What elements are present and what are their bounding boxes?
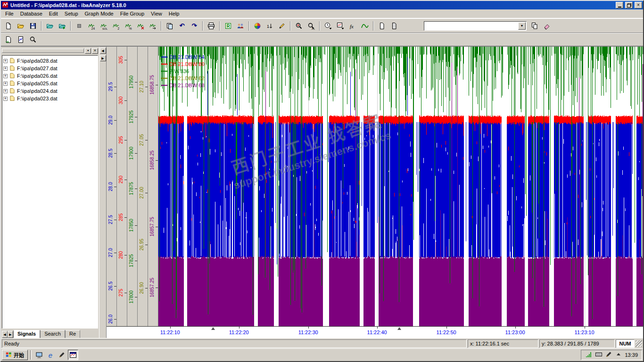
- time-marker-icon[interactable]: [211, 327, 215, 330]
- copy-view-button[interactable]: [164, 20, 176, 32]
- tree-item-datafile[interactable]: +F:\ipa\pda028.dat: [3, 57, 97, 65]
- append-datafile-button[interactable]: [56, 20, 68, 32]
- restore-button[interactable]: [625, 2, 633, 8]
- time-range-button[interactable]: [322, 20, 334, 32]
- chevron-down-icon[interactable]: ▼: [518, 22, 526, 30]
- redo-button[interactable]: ↷: [188, 20, 200, 32]
- main-toolbar: 24SQL2%↶↷R1AUfx▼: [1, 18, 643, 33]
- signalgraph-export-button[interactable]: [147, 20, 159, 32]
- menu-setup[interactable]: Setup: [61, 10, 82, 17]
- tabs-scroll-left-icon[interactable]: ◀: [2, 331, 8, 338]
- interpolation-button[interactable]: [359, 20, 371, 32]
- axis-db21-dbw68[interactable]: 16858.7516858.2516857.7516857.25: [148, 47, 158, 326]
- zoom-mode-button[interactable]: [27, 34, 39, 45]
- axis-db21-dbw54[interactable]: 29.529.028.528.027.527.026.526.0: [107, 47, 117, 326]
- close-button[interactable]: ×: [635, 2, 642, 8]
- menu-database[interactable]: Database: [17, 10, 46, 17]
- legend-item[interactable]: DB 21.DBW 80: [161, 60, 205, 67]
- panel-splitter[interactable]: ◀ ▶: [99, 47, 107, 338]
- report-preview-button[interactable]: [2, 34, 15, 45]
- expand-right-button[interactable]: ▶: [100, 55, 106, 61]
- undo-button[interactable]: ↶: [176, 20, 188, 32]
- tray-network-icon[interactable]: [585, 351, 593, 359]
- collapse-left-button[interactable]: ◀: [100, 48, 106, 54]
- menu-graph-mode[interactable]: Graph Mode: [82, 10, 117, 17]
- tree-expand-icon[interactable]: +: [3, 74, 8, 78]
- menu-edit[interactable]: Edit: [46, 10, 61, 17]
- tree-expand-icon[interactable]: +: [3, 89, 8, 93]
- tab-signals[interactable]: Signals: [13, 330, 40, 338]
- tab-re[interactable]: Re: [65, 330, 80, 338]
- legend-item[interactable]: PIW 836: [161, 67, 205, 74]
- user-management-button[interactable]: [234, 20, 247, 32]
- new-analysis-button[interactable]: [2, 20, 15, 32]
- tree-expand-icon[interactable]: +: [3, 82, 8, 86]
- zoom-in-button[interactable]: [293, 20, 305, 32]
- quicklaunch-show-desktop[interactable]: [34, 350, 44, 360]
- signalgraph-percent-button[interactable]: %: [122, 20, 134, 32]
- tree-expand-icon[interactable]: +: [3, 97, 8, 101]
- menu-file-group[interactable]: File Group: [117, 10, 148, 17]
- auto-scale-button[interactable]: AU: [305, 20, 317, 32]
- quicklaunch-ie[interactable]: e: [45, 350, 56, 360]
- signalgraph-delete-button[interactable]: [134, 20, 147, 32]
- tray-pen-icon[interactable]: [605, 351, 612, 359]
- quicklaunch-active-app[interactable]: [68, 350, 78, 360]
- start-button[interactable]: 开始: [2, 350, 28, 360]
- tree-item-datafile[interactable]: +F:\ipa\pda027.dat: [3, 65, 97, 72]
- save-analysis-button[interactable]: [27, 20, 39, 32]
- panel-drag-grip[interactable]: [2, 49, 84, 53]
- time-marker-icon[interactable]: [397, 327, 401, 330]
- tray-keyboard-icon[interactable]: [595, 351, 603, 359]
- tree-item-datafile[interactable]: +F:\ipa\pda024.dat: [3, 87, 97, 95]
- signalgraph-2-button[interactable]: 2: [110, 20, 122, 32]
- page-view-button[interactable]: [376, 20, 388, 32]
- legend-item[interactable]: DB 21.DBW 68: [161, 82, 205, 89]
- svg-text:R: R: [226, 23, 230, 28]
- color-settings-button[interactable]: [251, 20, 264, 32]
- svg-text:1: 1: [267, 24, 269, 29]
- axis-tick-label: 285: [118, 213, 124, 221]
- print-button[interactable]: [205, 20, 217, 32]
- legend-item[interactable]: DB 21.DBW 54: [161, 53, 205, 60]
- quicklaunch-media[interactable]: [57, 350, 67, 360]
- tree-item-datafile[interactable]: +F:\ipa\pda023.dat: [3, 95, 97, 102]
- signalgraph-sql-button[interactable]: SQL: [98, 20, 110, 32]
- export-chart-button[interactable]: [334, 20, 347, 32]
- sort-signals-button[interactable]: 1: [264, 20, 276, 32]
- clear-button[interactable]: [541, 20, 553, 32]
- signal-plot-canvas[interactable]: [158, 47, 643, 326]
- axis-tick-mark: [135, 261, 137, 261]
- analysis-preset-combo[interactable]: ▼: [424, 21, 527, 31]
- tabs-scroll-right-icon[interactable]: ▶: [8, 331, 13, 338]
- resize-grip[interactable]: [636, 340, 642, 347]
- ibaanalyzer-window: Untitled - F:\ipa\pda028.dat - ibaAnalyz…: [0, 0, 644, 362]
- axis-piw836[interactable]: 17950179251790017875178501782517800: [127, 47, 138, 326]
- marker-pen-button[interactable]: [276, 20, 288, 32]
- menu-view[interactable]: View: [148, 10, 165, 17]
- report-generator-button[interactable]: R: [222, 20, 234, 32]
- axis-db21-dbw62[interactable]: 27.1027.0527.0026.9526.90: [138, 47, 148, 326]
- page-view-2-button[interactable]: [388, 20, 400, 32]
- open-datafile-button[interactable]: [44, 20, 56, 32]
- axis-db21-dbw80[interactable]: 305300295290285280275: [117, 47, 127, 326]
- panel-close-button[interactable]: ×: [92, 48, 98, 54]
- copy-button[interactable]: [528, 20, 541, 32]
- tree-item-datafile[interactable]: +F:\ipa\pda026.dat: [3, 72, 97, 80]
- expression-builder-button[interactable]: fx: [347, 20, 359, 32]
- tree-item-datafile[interactable]: +F:\ipa\pda025.dat: [3, 80, 97, 87]
- panel-pin-button[interactable]: ▪: [85, 48, 91, 54]
- tree-expand-icon[interactable]: +: [3, 59, 8, 63]
- minimize-button[interactable]: [616, 2, 623, 8]
- layout-button[interactable]: [15, 34, 27, 45]
- signalgraph-24-button[interactable]: 24: [85, 20, 98, 32]
- menu-help[interactable]: Help: [165, 10, 183, 17]
- tab-search[interactable]: Search: [40, 330, 65, 338]
- stop-button[interactable]: [73, 20, 85, 32]
- tree-expand-icon[interactable]: +: [3, 66, 8, 71]
- open-analysis-button[interactable]: [15, 20, 27, 32]
- legend-item[interactable]: DB 21.DBW 62: [161, 74, 205, 82]
- windows-taskbar: 开始 e 13:39: [1, 348, 643, 361]
- tray-expand-icon[interactable]: [615, 351, 622, 359]
- menu-file[interactable]: File: [2, 10, 17, 17]
